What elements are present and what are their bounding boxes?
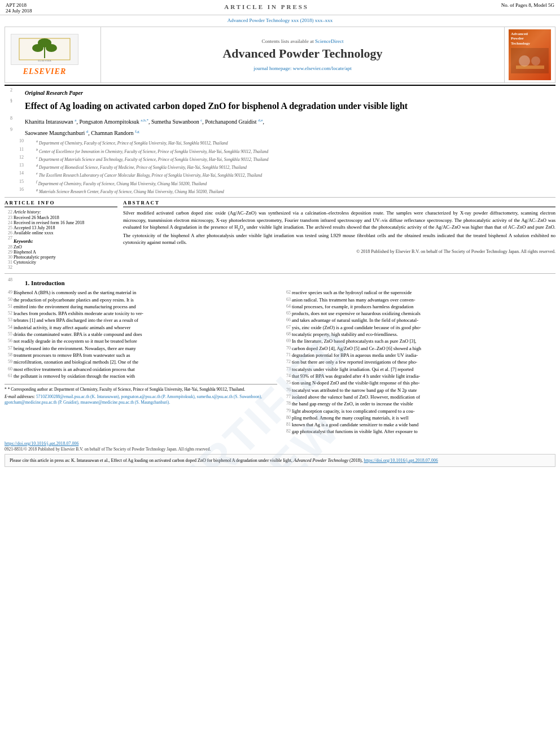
body-two-col: 49 Bisphenol A (BPA) is commonly used as… bbox=[5, 289, 555, 435]
email-footnote: E-mail addresses: 5710Z300288@email.psu.… bbox=[5, 394, 277, 406]
citation-doi[interactable]: https://doi.org/10.1016/j.apt.2018.07.00… bbox=[364, 458, 438, 463]
keywords-label: Keywords: bbox=[14, 239, 33, 244]
intro-header-row: 48 1. Introduction bbox=[5, 277, 555, 288]
body-left-text: 49 Bisphenol A (BPA) is commonly used as… bbox=[5, 289, 277, 379]
citation-box: Please cite this article in press as: K.… bbox=[5, 454, 555, 467]
journal-title: Advanced Powder Technology bbox=[222, 46, 382, 61]
info-abstract-section: ARTICLE INFO 22 Article history: 23 Rece… bbox=[5, 200, 555, 271]
contents-line: Contents lists available at ScienceDirec… bbox=[262, 38, 344, 44]
svg-rect-8 bbox=[516, 65, 544, 69]
accepted-date: Accepted 13 July 2018 bbox=[14, 225, 55, 230]
copyright-text: © 2018 Published by Elsevier B.V. on beh… bbox=[123, 249, 555, 254]
svg-text:ELSEVIER: ELSEVIER bbox=[38, 59, 51, 62]
keyword-1: ZnO bbox=[14, 244, 22, 250]
journal-cover-section: AdvancedPowderTechnology bbox=[504, 27, 555, 82]
article-info-header: ARTICLE INFO bbox=[5, 200, 117, 207]
accepted-row: 25 Accepted 13 July 2018 bbox=[5, 225, 117, 230]
authors-row-2: 9 Saowanee Maungchanburi d, Chamnan Rand… bbox=[5, 127, 555, 138]
doi-line[interactable]: https://doi.org/10.1016/j.apt.2018.07.00… bbox=[5, 441, 555, 446]
kw-1-row: 28 ZnO bbox=[5, 244, 117, 250]
affil-row-c: 12 c Department of Materials Science and… bbox=[16, 155, 555, 163]
intro-header: 1. Introduction bbox=[25, 279, 65, 286]
elsevier-logo: ELSEVIER ELSEVIER bbox=[11, 34, 78, 76]
received-date: Received 26 March 2018 bbox=[14, 215, 59, 220]
journal-homepage: journal homepage: www.elsevier.com/locat… bbox=[253, 65, 351, 71]
affil-row-e: 14 e The Excellent Research Laboratory o… bbox=[16, 171, 555, 178]
abstract-col: ABSTRACT Silver modified activated carbo… bbox=[123, 200, 555, 271]
kw-4-row: 31 Cytotoxicity bbox=[5, 260, 117, 265]
abstract-text: Silver modified activated carbon doped z… bbox=[123, 209, 555, 246]
journal-link: Advanced Powder Technology xxx (2018) xx… bbox=[0, 15, 560, 25]
received-row: 23 Received 26 March 2018 bbox=[5, 215, 117, 220]
authors-list: Khanitta Intarasuwan a, Pongsaton Amornp… bbox=[25, 118, 264, 126]
keyword-3: Photocatalytic property bbox=[14, 255, 56, 260]
elsevier-image: ELSEVIER bbox=[11, 34, 78, 65]
section-divider-2 bbox=[5, 273, 555, 274]
keywords-label-row: 27 Keywords: bbox=[5, 235, 117, 244]
paper-title-row: § Effect of Ag loading on activated carb… bbox=[5, 98, 555, 116]
available-row: 26 Available online xxxx bbox=[5, 230, 117, 235]
doi-section: https://doi.org/10.1016/j.apt.2018.07.00… bbox=[5, 441, 555, 452]
keyword-4: Cytotoxicity bbox=[14, 260, 36, 265]
history-label-row: 22 Article history: bbox=[5, 209, 117, 215]
journal-cover: AdvancedPowderTechnology bbox=[509, 29, 551, 80]
top-bar: APT 2018 24 July 2018 ARTICLE IN PRESS N… bbox=[0, 0, 560, 15]
elsevier-footer: 0921-8831/© 2018 Published by Elsevier B… bbox=[5, 447, 555, 452]
footnotes-section: * * Corresponding author at: Department … bbox=[5, 384, 277, 406]
received-revised-date: Received in revised form 16 June 2018 bbox=[14, 220, 84, 225]
cover-title: AdvancedPowderTechnology bbox=[511, 32, 530, 46]
body-right-col: 62 reactive species such as the hydroxyl… bbox=[283, 289, 555, 435]
article-in-press-label: ARTICLE IN PRESS bbox=[224, 2, 309, 10]
authors-row: 8 Khanitta Intarasuwan a, Pongsaton Amor… bbox=[5, 116, 555, 127]
abstract-header: ABSTRACT bbox=[123, 200, 555, 207]
main-separator bbox=[5, 85, 555, 86]
svg-point-4 bbox=[46, 44, 57, 52]
kw-2-row: 29 Bisphenol A bbox=[5, 250, 117, 255]
svg-point-7 bbox=[531, 56, 540, 65]
affil-row-g: 16 g Materials Science Research Center, … bbox=[16, 187, 555, 195]
svg-point-6 bbox=[519, 55, 530, 67]
available-online: Available online xxxx bbox=[14, 230, 54, 235]
top-bar-right: No. of Pages 8, Model 5G bbox=[501, 2, 554, 8]
affil-row-d: 13 d Department of Biomedical Science, F… bbox=[16, 163, 555, 171]
body-right-text: 62 reactive species such as the hydroxyl… bbox=[283, 289, 555, 435]
history-label: Article history: bbox=[14, 209, 41, 215]
top-bar-left: APT 2018 24 July 2018 bbox=[6, 2, 32, 14]
page-content: 2 Original Research Paper § Effect of Ag… bbox=[0, 88, 560, 452]
header-center: Contents lists available at ScienceDirec… bbox=[101, 27, 504, 82]
kw-3-row: 30 Photocatalytic property bbox=[5, 255, 117, 260]
keyword-2: Bisphenol A bbox=[14, 250, 36, 255]
affiliations-block: 10 a Department of Chemistry, Faculty of… bbox=[16, 138, 555, 195]
svg-point-3 bbox=[32, 44, 43, 52]
journal-header: ELSEVIER ELSEVIER Contents lists availab… bbox=[5, 27, 555, 83]
affil-row-a: 10 a Department of Chemistry, Faculty of… bbox=[16, 138, 555, 146]
paper-type-row: 2 Original Research Paper bbox=[5, 88, 555, 98]
article-info-col: ARTICLE INFO 22 Article history: 23 Rece… bbox=[5, 200, 117, 271]
section-divider-1 bbox=[5, 197, 555, 198]
received-revised-row: 24 Received in revised form 16 June 2018 bbox=[5, 220, 117, 225]
affil-row-b: 11 b Center of Excellence for Innovation… bbox=[16, 147, 555, 155]
paper-title: Effect of Ag loading on activated carbon… bbox=[25, 101, 408, 112]
elsevier-text: ELSEVIER bbox=[23, 67, 66, 76]
paper-type: Original Research Paper bbox=[25, 90, 83, 96]
elsevier-section: ELSEVIER ELSEVIER bbox=[5, 27, 101, 82]
authors-list-2: Saowanee Maungchanburi d, Chamnan Randor… bbox=[25, 129, 139, 137]
corresponding-author: * * Corresponding author at: Department … bbox=[5, 387, 277, 393]
intro-section: 48 1. Introduction 49 Bisphenol A (BPA) … bbox=[5, 277, 555, 435]
affil-row-f: 15 f Department of Chemistry, Faculty of… bbox=[16, 179, 555, 187]
citation-journal: Advanced Powder Technology bbox=[294, 458, 348, 463]
body-left-col: 49 Bisphenol A (BPA) is commonly used as… bbox=[5, 289, 277, 435]
